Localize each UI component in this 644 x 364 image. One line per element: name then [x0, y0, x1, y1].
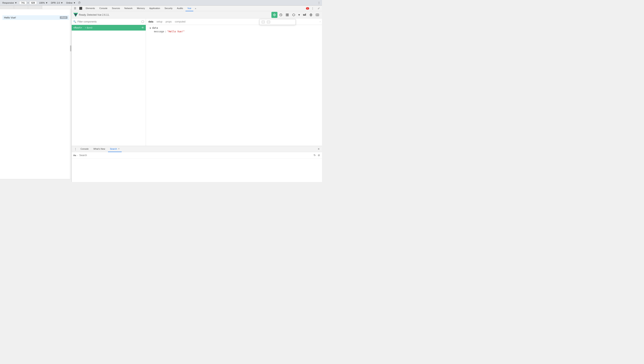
- dpr-label: DPR: 2.0: [51, 2, 60, 4]
- zoom-selector[interactable]: 100% ▼: [38, 1, 48, 5]
- bottom-drawer-right: ×: [317, 147, 320, 151]
- vue-toolbar-icons: ⌘ + 1 Switch to Components: [272, 12, 320, 18]
- bottom-tab-menu-btn[interactable]: ⋮: [73, 147, 78, 151]
- responsive-dropdown-icon: ▼: [15, 2, 17, 4]
- timeline-btn[interactable]: [278, 12, 284, 18]
- viewport-dimensions: 741 × 828: [19, 1, 36, 5]
- tab-security[interactable]: Security: [162, 6, 174, 11]
- tab-audits[interactable]: Audits: [175, 6, 185, 11]
- vue-logo-icon: [73, 13, 78, 17]
- browser-toolbar: Responsive ▼ 741 × 828 100% ▼ DPR: 2.0 ▼…: [0, 0, 322, 6]
- dpr-dropdown-icon: ▼: [61, 2, 63, 4]
- tab-network[interactable]: Network: [122, 6, 134, 11]
- zoom-label: 100%: [39, 2, 45, 4]
- svg-rect-17: [304, 15, 304, 16]
- svg-rect-13: [286, 15, 287, 16]
- bottom-tab-search[interactable]: Search ×: [108, 146, 122, 152]
- component-list: <Root> = $vm0 👁: [72, 25, 146, 146]
- data-panel-collapse-arrow[interactable]: ›: [320, 21, 320, 23]
- root-component-item[interactable]: <Root> = $vm0 👁: [72, 25, 146, 31]
- bottom-tab-console[interactable]: Console: [78, 146, 90, 152]
- devtools-toggle-btn[interactable]: ☰: [72, 6, 78, 11]
- performance-btn[interactable]: [302, 12, 308, 18]
- switch-to-components-tooltip: ⌘ + 1 Switch to Components: [259, 19, 296, 25]
- search-tab-close-btn[interactable]: ×: [118, 147, 120, 150]
- routing-dropdown-arrow: ▼: [298, 13, 300, 17]
- bottom-drawer-tabs: ⋮ Console What's New Search × ×: [72, 146, 322, 152]
- data-expand-arrow[interactable]: ▼: [149, 27, 151, 29]
- tab-vue[interactable]: Vue: [186, 6, 193, 11]
- svg-rect-11: [286, 14, 287, 15]
- viewport-height-input[interactable]: 828: [30, 1, 37, 5]
- toolbar-more-button[interactable]: ⋮: [318, 1, 320, 5]
- console-tab-label: Console: [80, 148, 88, 150]
- devtools-nav-right: 1 ⋮ ⤢: [306, 6, 321, 11]
- bottom-search-bar: Aa · ↻ ⊘: [72, 152, 322, 159]
- search-refresh-btn[interactable]: ↻: [313, 153, 316, 157]
- viewport-tab-1[interactable]: [0, 6, 14, 9]
- routing-btn[interactable]: [291, 12, 297, 18]
- component-inspector-btn[interactable]: ⌘ + 1 Switch to Components: [272, 12, 278, 18]
- viewport-tabs: [0, 6, 72, 9]
- vue-settings-btn[interactable]: [308, 12, 314, 18]
- dpr-selector[interactable]: DPR: 2.0 ▼: [50, 1, 64, 5]
- component-lookup-btn[interactable]: [284, 12, 290, 18]
- bottom-search-results: [72, 159, 322, 182]
- viewport-scrollbar-thumb[interactable]: [70, 45, 71, 52]
- viewport-tab-2[interactable]: [14, 6, 28, 9]
- data-message-row: message : "Hello Vue!": [149, 30, 319, 33]
- error-badge: 1: [306, 7, 309, 10]
- plus-sign: +: [265, 21, 266, 23]
- filter-circle-btn[interactable]: [141, 20, 144, 23]
- data-tab[interactable]: data: [148, 20, 154, 24]
- data-content: ▼ data message : "Hello Vue!": [146, 25, 322, 146]
- zoom-dropdown-icon: ▼: [46, 2, 48, 4]
- tab-sources[interactable]: Sources: [110, 6, 122, 11]
- root-component-name: <Root>: [73, 26, 82, 29]
- search-clear-btn[interactable]: ⊘: [318, 153, 320, 157]
- throttle-icon[interactable]: ⏱: [78, 1, 81, 5]
- devtools-undock-btn[interactable]: ⤢: [316, 6, 321, 11]
- devtools-menu-btn[interactable]: ⋮: [310, 6, 315, 11]
- devtools-more-tabs[interactable]: »: [194, 7, 197, 10]
- responsive-selector[interactable]: Responsive ▼: [2, 1, 18, 5]
- search-input[interactable]: [79, 154, 312, 157]
- svg-line-10: [281, 15, 282, 15]
- component-lookup-icon: [286, 13, 289, 17]
- bottom-drawer-close-btn[interactable]: ×: [317, 147, 320, 151]
- toolbar-right: ⋮: [318, 1, 320, 5]
- root-component-var: = $vm0: [85, 27, 92, 29]
- tab-application[interactable]: Application: [147, 6, 162, 11]
- viewport-width-input[interactable]: 741: [19, 1, 26, 5]
- svg-rect-18: [305, 14, 305, 16]
- performance-icon: [303, 13, 306, 17]
- data-panel: data setup props computed › ▼ data messa…: [146, 19, 322, 146]
- viewport-content: Hello Vue! ‹Root›: [0, 9, 72, 179]
- eye-icon[interactable]: 👁: [141, 26, 144, 29]
- routing-dropdown-btn[interactable]: ▼: [297, 12, 301, 18]
- split-view-btn[interactable]: [314, 12, 320, 18]
- tooltip-shortcut: ⌘ + 1: [262, 21, 270, 24]
- viewport-bottom-scrollbar[interactable]: [0, 179, 72, 182]
- hello-vue-component: Hello Vue! ‹Root›: [2, 15, 69, 20]
- svg-rect-19: [306, 14, 306, 16]
- props-tab[interactable]: props: [165, 20, 172, 24]
- bottom-tab-whats-new[interactable]: What's New: [91, 146, 107, 152]
- online-dropdown-icon: ▼: [73, 2, 76, 4]
- tab-console[interactable]: Console: [97, 6, 110, 11]
- viewport-tab-3[interactable]: [28, 6, 42, 9]
- viewport-scrollbar[interactable]: [70, 9, 72, 179]
- computed-tab[interactable]: computed: [174, 20, 186, 24]
- filter-components-input[interactable]: [78, 20, 140, 23]
- search-case-btn[interactable]: Aa: [73, 154, 76, 157]
- devtools-dock-btn[interactable]: ⬛: [78, 6, 83, 11]
- search-regex-btn[interactable]: ·: [77, 154, 78, 157]
- dimension-sep: ×: [27, 2, 28, 4]
- routing-icon: [292, 13, 295, 17]
- svg-point-20: [310, 14, 312, 15]
- setup-tab[interactable]: setup: [156, 20, 163, 24]
- tab-elements[interactable]: Elements: [84, 6, 97, 11]
- online-selector[interactable]: Online ▼: [65, 1, 76, 5]
- tab-memory[interactable]: Memory: [135, 6, 147, 11]
- svg-point-3: [274, 15, 275, 15]
